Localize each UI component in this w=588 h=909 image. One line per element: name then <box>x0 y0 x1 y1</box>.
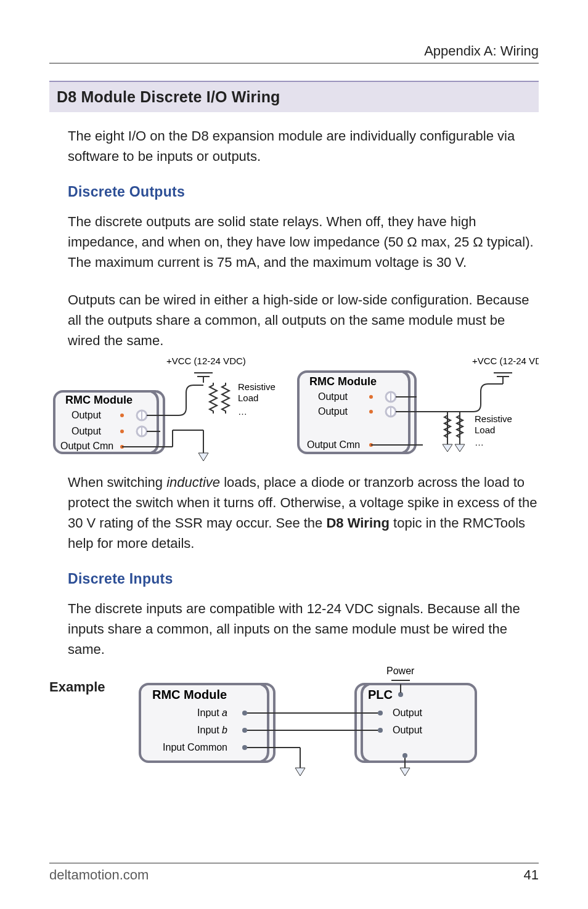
svg-point-50 <box>378 728 383 733</box>
svg-point-43 <box>242 711 247 715</box>
input-b-text: Input b <box>197 725 227 735</box>
svg-point-47 <box>398 692 403 697</box>
output-diagram-right: +VCC (12-24 VDC) RMC Module Output Outpu… <box>293 354 539 462</box>
output-label-right-2: Output <box>318 406 348 417</box>
section-title: D8 Module Discrete I/O Wiring <box>49 81 539 112</box>
svg-marker-56 <box>295 768 305 776</box>
discrete-inputs-heading: Discrete Inputs <box>68 571 539 587</box>
svg-marker-39 <box>455 444 465 452</box>
discrete-outputs-heading: Discrete Outputs <box>68 184 539 200</box>
svg-point-4 <box>120 414 124 417</box>
svg-point-45 <box>242 745 247 750</box>
svg-point-51 <box>402 753 407 758</box>
footer-url: deltamotion.com <box>49 867 149 883</box>
example-label: Example <box>49 679 105 695</box>
vcc-label: +VCC (12-24 VDC) <box>166 356 246 366</box>
input-common-label: Input Common <box>163 742 227 752</box>
svg-point-26 <box>369 410 373 414</box>
ellipsis-right: … <box>475 437 484 447</box>
rmc-module-left: RMC Module <box>65 394 133 406</box>
output-label-left-2: Output <box>71 426 102 436</box>
svg-point-7 <box>120 430 124 433</box>
rmc-module-right: RMC Module <box>309 375 377 388</box>
ellipsis-left: … <box>238 406 247 417</box>
outputs-paragraph-2: Outputs can be wired in either a high-si… <box>68 290 539 351</box>
output-diagrams: +VCC (12-24 VDC) RMC Module Output Outpu… <box>49 354 539 462</box>
load-left: Load <box>238 393 258 403</box>
outputs-paragraph-1: The discrete outputs are solid state rel… <box>68 211 539 272</box>
power-label: Power <box>386 666 415 676</box>
plc-label: PLC <box>368 688 393 701</box>
footer-page-number: 41 <box>524 867 539 883</box>
inputs-example-diagram: Power RMC Module Input a Input b Input C… <box>121 663 491 780</box>
resistive-right: Resistive <box>475 414 512 424</box>
output-label-right-1: Output <box>318 391 348 402</box>
load-right: Load <box>475 425 495 435</box>
inputs-example-row: Example Power RMC Module Input a Input b… <box>49 663 539 780</box>
output-cmn-right: Output Cmn <box>307 439 360 450</box>
inputs-paragraph-1: The discrete inputs are compatible with … <box>68 598 539 659</box>
output-cmn-left: Output Cmn <box>60 441 113 451</box>
running-header: Appendix A: Wiring <box>49 43 539 63</box>
svg-marker-17 <box>198 453 208 461</box>
page: Appendix A: Wiring D8 Module Discrete I/… <box>0 0 588 909</box>
svg-marker-58 <box>400 768 410 776</box>
plc-output-2: Output <box>393 725 423 735</box>
rmc-module-inputs: RMC Module <box>152 688 227 701</box>
output-label-left-1: Output <box>71 410 102 420</box>
svg-point-23 <box>369 395 373 399</box>
vcc-label-right: +VCC (12-24 VDC) <box>472 356 539 366</box>
outputs-paragraph-3: When switching inductive loads, place a … <box>68 472 539 553</box>
intro-paragraph: The eight I/O on the D8 expansion module… <box>68 126 539 166</box>
svg-marker-37 <box>443 444 452 452</box>
input-a-text: Input a <box>197 707 227 718</box>
output-diagram-left: +VCC (12-24 VDC) RMC Module Output Outpu… <box>49 354 286 462</box>
svg-point-44 <box>242 728 247 733</box>
page-footer: deltamotion.com 41 <box>49 863 539 883</box>
resistive-left: Resistive <box>238 381 276 392</box>
plc-output-1: Output <box>393 707 423 718</box>
svg-point-49 <box>378 711 383 715</box>
